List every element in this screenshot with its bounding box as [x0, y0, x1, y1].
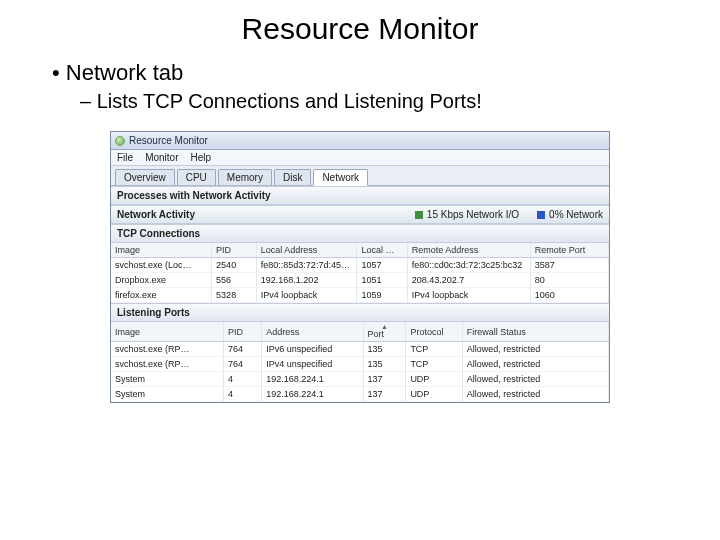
tab-memory[interactable]: Memory [218, 169, 272, 185]
tab-network[interactable]: Network [313, 169, 368, 186]
table-row[interactable]: firefox.exe 5328 IPv4 loopback 1059 IPv4… [111, 288, 609, 303]
bullet-level-2: Lists TCP Connections and Listening Port… [80, 90, 690, 113]
tcp-header-row: Image PID Local Address Local … Remote A… [111, 243, 609, 258]
section-tcp-header[interactable]: TCP Connections [111, 224, 609, 243]
network-util-indicator: 0% Network [537, 209, 603, 220]
table-row[interactable]: Dropbox.exe 556 192.168.1.202 1051 208.4… [111, 273, 609, 288]
app-icon [115, 136, 125, 146]
swatch-blue-icon [537, 211, 545, 219]
tcp-col-remote-address[interactable]: Remote Address [407, 243, 530, 258]
section-processes-title: Processes with Network Activity [117, 190, 271, 201]
table-row[interactable]: System 4 192.168.224.1 137 UDP Allowed, … [111, 387, 609, 402]
section-processes-header[interactable]: Processes with Network Activity [111, 186, 609, 205]
slide-title: Resource Monitor [30, 12, 690, 46]
lp-col-protocol[interactable]: Protocol [406, 322, 462, 342]
tcp-col-image[interactable]: Image [111, 243, 212, 258]
lp-header-row: Image PID Address ▲Port Protocol Firewal… [111, 322, 609, 342]
menu-file[interactable]: File [117, 152, 133, 163]
tab-overview[interactable]: Overview [115, 169, 175, 185]
window-titlebar[interactable]: Resource Monitor [111, 132, 609, 150]
tcp-col-pid[interactable]: PID [212, 243, 257, 258]
section-listening-title: Listening Ports [117, 307, 190, 318]
tab-cpu[interactable]: CPU [177, 169, 216, 185]
lp-col-port[interactable]: ▲Port [363, 322, 406, 342]
section-listening-header[interactable]: Listening Ports [111, 303, 609, 322]
tcp-col-local-address[interactable]: Local Address [256, 243, 357, 258]
section-tcp-title: TCP Connections [117, 228, 200, 239]
tab-disk[interactable]: Disk [274, 169, 311, 185]
network-io-indicator: 15 Kbps Network I/O [415, 209, 519, 220]
menu-monitor[interactable]: Monitor [145, 152, 178, 163]
menubar: File Monitor Help [111, 150, 609, 166]
lp-col-image[interactable]: Image [111, 322, 224, 342]
table-row[interactable]: System 4 192.168.224.1 137 UDP Allowed, … [111, 372, 609, 387]
bullet-level-1: Network tab [52, 60, 690, 86]
lp-col-address[interactable]: Address [262, 322, 363, 342]
section-activity-header[interactable]: Network Activity 15 Kbps Network I/O 0% … [111, 205, 609, 224]
swatch-green-icon [415, 211, 423, 219]
section-activity-title: Network Activity [117, 209, 195, 220]
resource-monitor-window: Resource Monitor File Monitor Help Overv… [110, 131, 610, 403]
listening-ports-table: Image PID Address ▲Port Protocol Firewal… [111, 322, 609, 402]
lp-col-pid[interactable]: PID [224, 322, 262, 342]
table-row[interactable]: svchost.exe (RP… 764 IPv6 unspecified 13… [111, 342, 609, 357]
tabbar: Overview CPU Memory Disk Network [111, 166, 609, 186]
window-title: Resource Monitor [129, 135, 208, 146]
menu-help[interactable]: Help [190, 152, 211, 163]
tcp-col-local-port[interactable]: Local … [357, 243, 407, 258]
table-row[interactable]: svchost.exe (Loc… 2540 fe80::85d3:72:7d:… [111, 258, 609, 273]
lp-col-firewall[interactable]: Firewall Status [462, 322, 608, 342]
table-row[interactable]: svchost.exe (RP… 764 IPv4 unspecified 13… [111, 357, 609, 372]
tcp-col-remote-port[interactable]: Remote Port [530, 243, 608, 258]
tcp-connections-table: Image PID Local Address Local … Remote A… [111, 243, 609, 303]
